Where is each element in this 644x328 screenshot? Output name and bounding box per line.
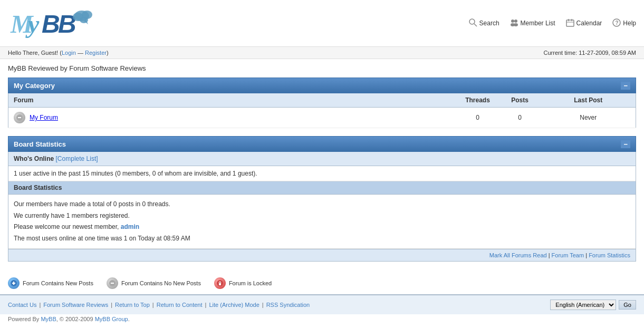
category-header: My Category − <box>8 78 636 93</box>
new-posts-label: Forum Contains New Posts <box>23 280 93 286</box>
time-value: 11-27-2009, 08:59 AM <box>579 50 636 56</box>
column-header-row: Forum Threads Posts Last Post <box>8 93 636 108</box>
time-label: Current time: <box>544 50 578 56</box>
help-icon: ? <box>612 18 621 28</box>
table-row: My Forum 0 0 Never <box>8 108 636 128</box>
calendar-icon <box>566 18 574 28</box>
main-content: My Category − Forum Threads Posts Last P… <box>0 75 644 272</box>
collapse-category-button[interactable]: − <box>621 82 630 90</box>
legend-locked: Forum is Locked <box>214 277 272 289</box>
forum-col-header: Forum <box>8 93 457 108</box>
footer-links: Contact Us | Forum Software Reviews | Re… <box>8 302 310 308</box>
guest-bar: Hello There, Guest! (Login — Register) C… <box>0 47 644 59</box>
svg-text:y: y <box>25 10 40 38</box>
complete-list-link[interactable]: [Complete List] <box>56 155 98 162</box>
threads-cell: 0 <box>457 108 499 128</box>
lastpost-cell: Never <box>541 108 636 128</box>
contact-us-link[interactable]: Contact Us <box>8 302 36 308</box>
svg-point-9 <box>469 19 475 24</box>
stats-title: Board Statistics <box>14 140 66 148</box>
threads-col-header: Threads <box>457 93 499 108</box>
lite-mode-link[interactable]: Lite (Archive) Mode <box>209 302 259 308</box>
logo-area: M y B B <box>8 5 92 41</box>
greeting-area: Hello There, Guest! (Login — Register) <box>8 50 109 56</box>
whos-online-label: Who's Online <box>14 155 54 162</box>
svg-point-14 <box>514 23 518 26</box>
stats-header: Board Statistics − <box>8 136 636 152</box>
language-select[interactable]: English (American) <box>550 300 616 310</box>
legend: Forum Contains New Posts Forum Contains … <box>0 272 644 294</box>
forum-name-cell: My Forum <box>8 108 457 128</box>
board-stats-subheader: Board Statistics <box>8 181 636 195</box>
board-stats-subheader-text: Board Statistics <box>14 184 62 191</box>
forum-statistics-link[interactable]: Forum Statistics <box>589 252 630 258</box>
newest-member-link[interactable]: admin <box>121 223 139 230</box>
header: M y B B Search Member List <box>0 0 644 47</box>
powered-by: Powered By MyBB, © 2002-2009 MyBB Group. <box>0 314 644 326</box>
page-title: MyBB Reviewed by Forum Software Reviews <box>0 59 644 75</box>
help-label: Help <box>623 20 636 27</box>
powered-period: . <box>128 316 130 322</box>
calendar-label: Calendar <box>576 20 602 27</box>
svg-point-11 <box>511 20 514 23</box>
page-title-text: MyBB Reviewed by Forum Software Reviews <box>8 64 146 72</box>
dash-text: — <box>76 50 85 56</box>
forum-table: Forum Threads Posts Last Post My Forum <box>8 93 636 128</box>
memberlist-label: Member List <box>521 20 555 27</box>
active-users-text: 1 user active in the past 15 minutes (0 … <box>14 170 257 177</box>
mybb-link[interactable]: MyBB <box>41 316 56 322</box>
svg-rect-30 <box>219 283 221 285</box>
search-icon <box>469 18 477 28</box>
memberlist-icon <box>510 18 518 28</box>
new-posts-icon <box>8 277 20 289</box>
logo-svg: M y B B <box>8 5 92 40</box>
footer: Contact Us | Forum Software Reviews | Re… <box>0 294 644 314</box>
mybb-group-link[interactable]: MyBB Group <box>95 316 128 322</box>
return-to-top-link[interactable]: Return to Top <box>115 302 150 308</box>
register-link[interactable]: Register <box>85 50 107 56</box>
no-posts-label: Forum Contains No New Posts <box>121 280 201 286</box>
return-to-content-link[interactable]: Return to Content <box>157 302 203 308</box>
svg-line-10 <box>474 24 477 26</box>
calendar-link[interactable]: Calendar <box>566 18 602 28</box>
forum-team-link[interactable]: Forum Team <box>552 252 584 258</box>
memberlist-link[interactable]: Member List <box>510 18 555 28</box>
locked-label: Forum is Locked <box>229 280 272 286</box>
svg-rect-15 <box>566 20 574 26</box>
search-link[interactable]: Search <box>469 18 499 28</box>
active-users-row: 1 user active in the past 15 minutes (0 … <box>8 166 636 181</box>
current-time: Current time: 11-27-2009, 08:59 AM <box>544 50 637 56</box>
collapse-stats-button[interactable]: − <box>621 140 630 148</box>
login-link[interactable]: Login <box>62 50 76 56</box>
stats-line2: We currently have 1 members registered. <box>14 212 130 219</box>
stats-line3-prefix: Please welcome our newest member, <box>14 223 119 230</box>
search-label: Search <box>479 20 499 27</box>
powered-suffix: , © 2002-2009 <box>56 316 93 322</box>
lang-go-button[interactable]: Go <box>619 300 636 310</box>
nav-links: Search Member List Calendar ? Help <box>469 18 636 28</box>
legend-no-new: Forum Contains No New Posts <box>107 277 201 289</box>
forum-software-reviews-link[interactable]: Forum Software Reviews <box>43 302 108 308</box>
help-link[interactable]: ? Help <box>612 18 636 28</box>
stats-line1: Our members have made a total of 0 posts… <box>14 200 170 208</box>
legend-new: Forum Contains New Posts <box>8 277 93 289</box>
category-title: My Category <box>14 82 55 90</box>
forum-status-icon <box>14 112 25 123</box>
svg-point-12 <box>514 20 517 23</box>
posts-col-header: Posts <box>499 93 541 108</box>
rss-syndication-link[interactable]: RSS Syndication <box>266 302 310 308</box>
stats-line4: The most users online at one time was 1 … <box>14 235 190 242</box>
mark-all-read-link[interactable]: Mark All Forums Read <box>489 252 547 258</box>
svg-text:?: ? <box>616 20 619 26</box>
powered-prefix: Powered By <box>8 316 39 322</box>
category-section: My Category − Forum Threads Posts Last P… <box>8 78 636 128</box>
board-stats-content: Our members have made a total of 0 posts… <box>8 195 636 249</box>
no-posts-icon <box>107 277 118 289</box>
locked-icon <box>214 277 226 289</box>
forum-name-link[interactable]: My Forum <box>30 114 58 121</box>
svg-text:B: B <box>42 10 60 38</box>
svg-text:B: B <box>58 10 76 38</box>
greeting-text: Hello There, Guest! ( <box>8 50 62 56</box>
board-statistics-section: Board Statistics − Who's Online [Complet… <box>8 136 636 262</box>
lastpost-col-header: Last Post <box>541 93 636 108</box>
